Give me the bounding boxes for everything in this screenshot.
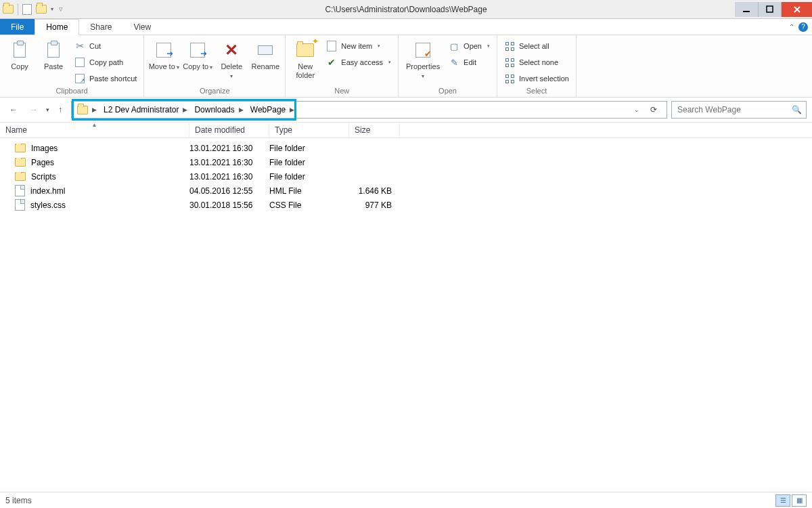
invert-selection-button[interactable]: Invert selection — [501, 72, 572, 85]
copy-path-button[interactable]: Copy path — [72, 56, 139, 69]
properties-icon — [415, 43, 430, 58]
edit-icon: ✎ — [449, 57, 459, 68]
col-header-size[interactable]: Size — [349, 123, 400, 137]
new-folder-button[interactable]: New folder — [290, 37, 321, 79]
file-row[interactable]: styles.css30.01.2018 15:56CSS File977 KB — [0, 198, 812, 212]
details-view-button[interactable]: ☰ — [775, 494, 790, 507]
tab-file[interactable]: File — [0, 19, 35, 35]
ribbon-collapse-icon[interactable]: ⌃ — [789, 23, 794, 30]
select-all-button[interactable]: Select all — [501, 39, 572, 53]
chevron-right-icon: ▶ — [288, 106, 296, 113]
file-name: styles.css — [30, 200, 66, 210]
paste-label: Paste — [44, 62, 63, 71]
open-button[interactable]: ▢Open▾ — [446, 39, 493, 53]
copy-path-icon — [75, 58, 85, 67]
breadcrumb-expand-icon[interactable]: ⌄ — [634, 106, 639, 113]
rename-button[interactable]: Rename — [250, 37, 281, 71]
group-select-label: Select — [501, 85, 572, 97]
copy-button[interactable]: Copy — [4, 37, 35, 71]
select-all-label: Select all — [519, 42, 549, 50]
move-to-button[interactable]: Move to ▾ — [148, 37, 179, 71]
sort-asc-icon: ▲ — [92, 123, 97, 128]
file-row[interactable]: Scripts13.01.2021 16:30File folder — [0, 169, 812, 184]
qat-overflow-icon[interactable]: ▿ — [59, 5, 63, 14]
refresh-button[interactable]: ⟳ — [645, 101, 662, 119]
delete-button[interactable]: ✕ Delete▾ — [216, 37, 247, 79]
file-row[interactable]: index.hml04.05.2016 12:55HML File1.646 K… — [0, 184, 812, 198]
file-name: Images — [31, 144, 58, 153]
paste-shortcut-button[interactable]: Paste shortcut — [72, 72, 139, 85]
file-type: File folder — [269, 158, 349, 167]
close-button[interactable] — [781, 2, 812, 17]
delete-icon: ✕ — [225, 41, 238, 60]
tab-share[interactable]: Share — [79, 19, 122, 35]
group-organize: Move to ▾ Copy to ▾ ✕ Delete▾ Rename Org… — [144, 35, 286, 97]
chevron-down-icon: ▾ — [175, 64, 179, 70]
copy-to-button[interactable]: Copy to ▾ — [182, 37, 213, 71]
forward-button[interactable]: → — [26, 102, 42, 118]
breadcrumb-seg-0[interactable]: L2 Dev Administrator▶ — [101, 102, 191, 118]
file-icon — [15, 199, 25, 211]
col-header-date[interactable]: Date modified — [189, 123, 269, 137]
search-input[interactable] — [676, 104, 784, 115]
col-header-name[interactable]: Name ▲ — [0, 123, 189, 137]
breadcrumb-seg-1[interactable]: Downloads▶ — [191, 102, 247, 118]
search-box[interactable]: 🔍 — [671, 101, 807, 119]
tab-home[interactable]: Home — [35, 19, 79, 35]
rename-label: Rename — [252, 62, 280, 71]
qat-folder-icon[interactable] — [36, 5, 47, 14]
chevron-right-icon: ▶ — [181, 106, 189, 113]
up-button[interactable]: ↑ — [53, 102, 67, 118]
easy-access-label: Easy access — [341, 58, 383, 66]
properties-button[interactable]: Properties▾ — [403, 37, 443, 79]
chevron-down-icon: ▾ — [208, 64, 212, 70]
history-dropdown-icon[interactable]: ▾ — [46, 106, 49, 113]
breadcrumb-seg-2[interactable]: WebPage▶ — [248, 102, 298, 118]
breadcrumb-label: WebPage — [250, 105, 286, 114]
delete-label: Delete — [221, 62, 242, 70]
tab-view[interactable]: View — [122, 19, 162, 35]
file-row[interactable]: Pages13.01.2021 16:30File folder — [0, 155, 812, 169]
paste-button[interactable]: Paste — [38, 37, 69, 71]
col-header-type[interactable]: Type — [269, 123, 349, 137]
breadcrumb-label: L2 Dev Administrator — [104, 105, 179, 114]
select-none-button[interactable]: Select none — [501, 56, 572, 69]
new-item-button[interactable]: New item▾ — [323, 39, 394, 53]
chevron-down-icon: ▾ — [230, 73, 233, 79]
breadcrumb-root[interactable]: ▶ — [74, 102, 101, 118]
file-type: CSS File — [269, 200, 349, 210]
file-row[interactable]: Images13.01.2021 16:30File folder — [0, 141, 812, 155]
copy-to-label: Copy to — [183, 62, 208, 70]
properties-label: Properties — [406, 62, 440, 70]
chevron-down-icon: ▾ — [487, 43, 490, 49]
group-open-label: Open — [403, 85, 493, 97]
minimize-button[interactable] — [735, 2, 758, 17]
file-size: 977 KB — [349, 200, 400, 210]
qat-separator — [18, 3, 18, 16]
paste-icon — [47, 43, 60, 58]
file-date: 13.01.2021 16:30 — [189, 144, 269, 153]
qat-doc-icon[interactable] — [22, 4, 32, 15]
edit-button[interactable]: ✎Edit — [446, 56, 493, 69]
breadcrumb-bar[interactable]: ▶ L2 Dev Administrator▶ Downloads▶ WebPa… — [71, 101, 667, 119]
file-date: 13.01.2021 16:30 — [189, 158, 269, 167]
maximize-button[interactable] — [758, 2, 781, 17]
back-button[interactable]: ← — [5, 102, 22, 118]
select-none-icon — [505, 58, 514, 67]
group-clipboard-label: Clipboard — [4, 85, 139, 97]
icons-view-button[interactable]: ▦ — [792, 494, 807, 507]
chevron-down-icon: ▾ — [388, 60, 391, 65]
ribbon-tab-strip: File Home Share View ⌃ ? — [0, 19, 812, 35]
move-to-label: Move to — [149, 62, 175, 70]
app-folder-icon — [3, 5, 14, 14]
qat-customize-icon[interactable]: ▾ — [51, 6, 53, 12]
help-icon[interactable]: ? — [798, 22, 808, 32]
easy-access-icon: ✔ — [326, 57, 337, 68]
open-label: Open — [464, 42, 482, 50]
edit-label: Edit — [464, 58, 476, 66]
status-text: 5 items — [5, 496, 32, 505]
cut-button[interactable]: ✂Cut — [72, 39, 139, 53]
col-type-label: Type — [275, 125, 292, 135]
ribbon: Copy Paste ✂Cut Copy path Paste shortcut… — [0, 35, 812, 98]
easy-access-button[interactable]: ✔Easy access▾ — [323, 56, 394, 69]
